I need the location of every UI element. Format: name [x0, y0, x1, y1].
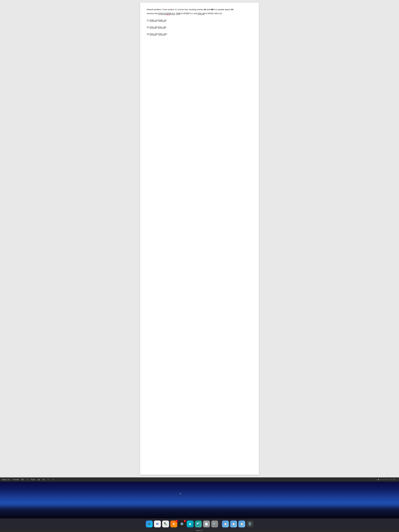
problem-1-label: (1)	[147, 19, 150, 21]
finder-icon: 🔍	[213, 522, 216, 526]
edge-icon: 🌊	[196, 522, 200, 526]
zoom-control: − + 17	[376, 479, 397, 481]
mail-icon: 📄	[205, 522, 208, 526]
system-icon: 📺	[148, 523, 151, 525]
screenshot1-icon: 📋	[224, 522, 227, 526]
zoom-out-button[interactable]: −	[376, 479, 377, 481]
word-count: 31 words	[13, 479, 19, 481]
dock-item-finder[interactable]: 🔍	[211, 520, 218, 527]
dock-item-settings[interactable]: ⚙️ 1	[178, 520, 185, 527]
table-icon[interactable]: ⊞	[42, 478, 45, 481]
focus-label[interactable]: Focus	[31, 479, 35, 481]
align-icon[interactable]: ≡	[52, 478, 54, 481]
dock-item-screenshot2[interactable]: 📋	[230, 520, 237, 527]
trash-icon: 🗑️	[248, 522, 252, 526]
problem-3-text: Pr[A∩B′]	[150, 33, 157, 35]
macbook-label-text: Book Air	[196, 530, 203, 532]
dock-item-trash[interactable]: 🗑️	[247, 520, 253, 527]
zoom-in-button[interactable]: +	[391, 479, 393, 481]
page-info: Page 1 of 1	[2, 479, 10, 481]
document-area: Rework problem 1 from section 3.1 of you…	[0, 0, 399, 477]
dock-item-system[interactable]: 📺	[146, 520, 153, 527]
word-icon: W	[156, 522, 158, 526]
dock-item-script[interactable]: ✒️	[162, 520, 169, 527]
spelling-icon[interactable]: ⌦	[21, 478, 24, 481]
fontbook-icon: A	[173, 522, 175, 526]
status-bar: Page 1 of 1 31 words ⌦ ◻ Focus ▤ ⊞ ≔ ≡ −…	[0, 477, 399, 481]
fontbook-badge: 1	[176, 520, 178, 522]
problem-3-label: (3)	[147, 33, 150, 35]
script-icon: ✒️	[164, 522, 167, 526]
dock-item-fontbook[interactable]: A 1	[170, 520, 177, 527]
intro-line1: Rework problem 1 from section 3.1 of you…	[147, 8, 252, 11]
arrow-icon: ◆	[189, 522, 191, 526]
screenshot3-icon: 📋	[240, 522, 243, 526]
problem-2: (2) Pr[A∩B]=Pr[A′∩B]=	[147, 25, 252, 29]
screenshot2-icon: 📋	[232, 522, 235, 526]
problem-intro: Rework problem 1 from section 3.1 of you…	[147, 8, 252, 15]
problem-2-label: (2)	[147, 26, 150, 28]
problem-1: (1) Pr[B′∩A]=Pr[B′∩A]=	[147, 19, 252, 22]
zoom-track[interactable]	[380, 480, 390, 480]
dock-item-screenshot1[interactable]: 📋	[222, 520, 229, 527]
zoom-percent: 17	[393, 479, 397, 481]
zoom-slider	[378, 479, 390, 480]
dock-item-arrow[interactable]: ◆	[187, 520, 194, 527]
indent-icon[interactable]: ≔	[47, 478, 50, 481]
dock-item-word[interactable]: W	[154, 520, 161, 527]
document-content: Rework problem 1 from section 3.1 of you…	[147, 8, 252, 36]
problem-1-text: Pr[B′∩A]	[150, 19, 157, 21]
macbook-label: Book Air	[0, 529, 399, 532]
dock-item-edge[interactable]: 🌊	[195, 520, 202, 527]
problem-2-text: Pr[A∩B]	[150, 26, 157, 28]
dock-item-mail[interactable]: 📄	[203, 520, 210, 527]
dock-item-screenshot3[interactable]: 📋	[238, 520, 245, 527]
zoom-dot	[378, 479, 379, 480]
intro-line2: Assume that Pr[A]=0.5Pr[A]=0.5, Pr[B]=0.…	[147, 12, 252, 15]
list-view-icon[interactable]: ▤	[38, 478, 40, 481]
settings-icon: ⚙️	[180, 522, 184, 526]
desktop-wallpaper: ↖	[0, 481, 399, 519]
dock: 📺 W ✒️ A 1 ⚙️ 1 ◆ 🌊 📄 🔍 📋 📋 📋 🗑	[0, 519, 399, 529]
focus-icon[interactable]: ◻	[26, 478, 29, 481]
cursor-indicator: ↖	[180, 492, 182, 495]
settings-badge: 1	[184, 520, 186, 522]
problem-3: (3) Pr[A∩B′]=Pr[A′∩B′]=	[147, 32, 252, 36]
page-container: Rework problem 1 from section 3.1 of you…	[140, 3, 259, 475]
